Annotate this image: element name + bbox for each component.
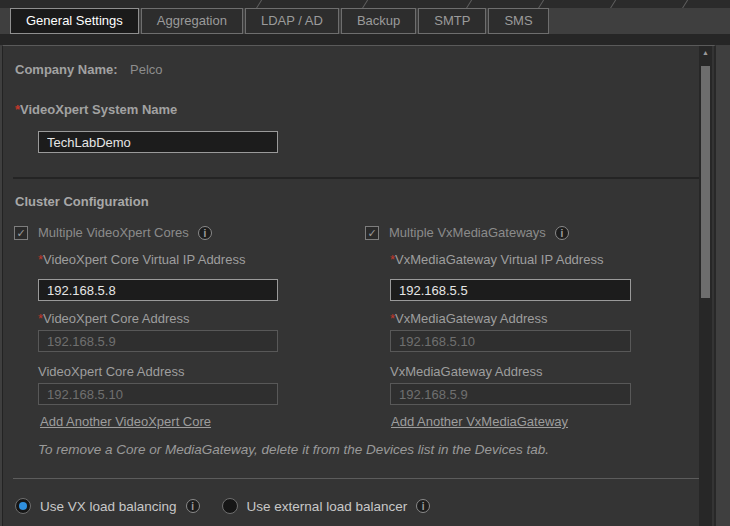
tab-separator-slash [608, 0, 616, 8]
company-name-row: Company Name: Pelco [15, 60, 163, 78]
vx-load-balancing-label: Use VX load balancing [40, 499, 177, 514]
core-virtual-ip-input[interactable] [38, 279, 278, 301]
info-icon[interactable]: i [198, 226, 212, 240]
multiple-gateways-checkline: ✓ Multiple VxMediaGateways i [365, 225, 569, 240]
load-balancing-options: Use VX load balancing i Use external loa… [15, 498, 430, 514]
gateway-address-1-input [390, 330, 631, 352]
core-address-1-input [38, 330, 278, 352]
remove-core-note: To remove a Core or MediaGateway, delete… [38, 442, 549, 457]
info-icon[interactable]: i [416, 499, 430, 513]
system-name-input[interactable] [38, 131, 278, 153]
tab-separator-slash [254, 0, 262, 8]
gateway-virtual-ip-input[interactable] [390, 279, 631, 301]
multiple-gateways-checkbox[interactable]: ✓ [365, 226, 379, 240]
tab-general-settings[interactable]: General Settings [10, 8, 139, 34]
gateway-address-1-label: *VxMediaGateway Address [390, 311, 548, 326]
vertical-scrollbar[interactable]: ▲ [699, 46, 712, 526]
core-virtual-ip-label: *VideoXpert Core Virtual IP Address [38, 252, 245, 267]
company-name-value: Pelco [130, 62, 163, 77]
multiple-cores-label: Multiple VideoXpert Cores [38, 225, 189, 240]
tab-aggregation[interactable]: Aggregation [141, 8, 243, 34]
gateway-address-2-input [390, 383, 631, 405]
tabbar-gap [0, 34, 730, 45]
vx-load-balancing-radio[interactable] [15, 498, 31, 514]
section-divider [13, 177, 705, 179]
scroll-up-arrow-icon[interactable]: ▲ [699, 49, 712, 56]
external-load-balancer-radio[interactable] [222, 498, 238, 514]
system-name-label: *VideoXpert System Name [15, 102, 177, 117]
info-icon[interactable]: i [555, 226, 569, 240]
tab-separator-slash [536, 0, 544, 8]
core-address-2-label: VideoXpert Core Address [38, 364, 184, 379]
general-settings-panel: Company Name: Pelco *VideoXpert System N… [2, 45, 716, 526]
tab-ldap-ad[interactable]: LDAP / AD [245, 8, 339, 34]
company-name-label: Company Name: [15, 62, 118, 77]
tab-smtp[interactable]: SMTP [418, 8, 486, 34]
core-address-2-input [38, 383, 278, 405]
tab-separator-slash [464, 0, 472, 8]
tab-separator-slash [360, 0, 368, 8]
gateway-virtual-ip-label: *VxMediaGateway Virtual IP Address [390, 252, 603, 267]
info-icon[interactable]: i [186, 499, 200, 513]
add-another-core-link[interactable]: Add Another VideoXpert Core [40, 414, 211, 429]
add-another-gateway-link[interactable]: Add Another VxMediaGateway [391, 414, 568, 429]
parent-tabbar-sliver [0, 0, 730, 8]
scrollbar-thumb[interactable] [701, 66, 710, 298]
settings-tabbar: General Settings Aggregation LDAP / AD B… [10, 8, 551, 34]
multiple-cores-checkbox[interactable]: ✓ [14, 226, 28, 240]
multiple-cores-checkline: ✓ Multiple VideoXpert Cores i [14, 225, 212, 240]
external-load-balancer-label: Use external load balancer [247, 499, 408, 514]
tab-sms[interactable]: SMS [488, 8, 548, 34]
gateway-address-2-label: VxMediaGateway Address [390, 364, 542, 379]
core-address-1-label: *VideoXpert Core Address [38, 311, 190, 326]
multiple-gateways-label: Multiple VxMediaGateways [389, 225, 546, 240]
tab-separator-slash [680, 0, 688, 8]
section-divider [13, 478, 703, 479]
cluster-configuration-heading: Cluster Configuration [15, 194, 149, 209]
tab-backup[interactable]: Backup [341, 8, 416, 34]
settings-window: General Settings Aggregation LDAP / AD B… [0, 0, 730, 526]
